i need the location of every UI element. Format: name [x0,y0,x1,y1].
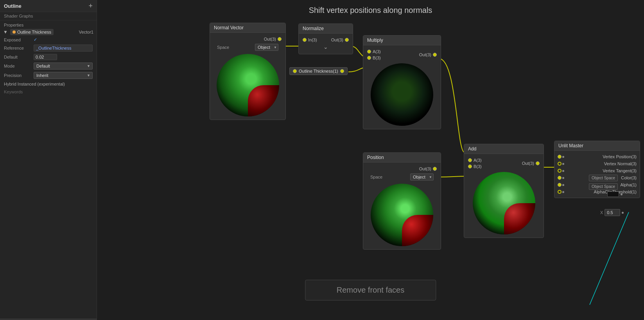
thickness-label: Outline Thickness(1) [299,69,338,73]
default-input[interactable] [34,54,57,60]
precision-select[interactable]: Inherit [34,72,92,79]
exposed-label: Exposed [4,38,31,42]
out-label: Out(3) [264,37,276,41]
in-label: In(3) [308,38,317,42]
multiply-inputs: A(3) B(3) [367,49,381,60]
out-port[interactable] [278,37,282,41]
x-input-row: X [600,209,624,216]
reference-input[interactable] [34,45,93,52]
keywords-row: Keywords [0,88,97,96]
multiply-out-port[interactable] [433,53,437,57]
vertex-position-label: Vertex Position(3) [603,154,637,159]
property-dot [13,30,16,34]
property-name: Outline Thickness [17,30,51,34]
vertex-normal-row: Vertex Normal(3) [554,160,640,167]
position-space-label: Space [370,175,382,179]
normalize-out-label: Out(3) [331,38,343,42]
normal-preview [214,54,282,116]
normalize-ports-row: In(3) Out(3) [303,37,349,43]
precision-row: Precision Inherit ▼ [0,71,97,80]
color-label: Color(3) [621,175,637,180]
add-out-port[interactable] [536,161,540,165]
sphere-preview-position [371,184,433,246]
property-badge[interactable]: Outline Thickness [10,29,54,35]
outline-thickness-connector: Outline Thickness(1) [289,67,348,75]
hybrid-label: Hybrid Instanced (experimental) [4,82,65,86]
node-multiply: Multiply A(3) B(3) Out(3) [363,35,441,129]
thickness-port[interactable] [293,69,297,73]
vertex-pos-port[interactable] [558,155,561,159]
color-swatch-row [607,191,622,197]
space-row: Space Object [214,42,282,52]
precision-label: Precision [4,73,31,78]
sphere-preview-multiply [371,63,433,126]
b-port[interactable] [367,56,371,60]
add-button[interactable]: + [88,2,93,9]
sidebar-title: Outline [4,3,22,9]
alpha-label: Alpha(1) [620,182,637,187]
node-normalize-body: In(3) Out(3) ⌄ [299,34,353,54]
add-inputs: A(3) B(3) [468,158,482,169]
sidebar-sub-label: Shader Graphs [0,12,97,20]
x-dot [622,212,624,214]
property-item: ▼ Outline Thickness Vector1 [0,28,97,36]
vertex-tangent-label: Vertex Tangent(3) [603,168,637,173]
multiply-out-label: Out(3) [419,52,431,57]
reference-label: Reference [4,46,31,50]
alpha-port[interactable] [558,183,561,187]
thickness-out-port[interactable] [340,69,344,73]
add-preview [468,172,540,234]
x-value-input[interactable] [605,209,620,216]
bottom-canvas-title: Remove front faces [305,280,436,300]
position-out-port[interactable] [433,167,437,171]
normalize-chevron: ⌄ [303,43,349,51]
vertex-normal-port[interactable] [558,162,561,166]
alpha-clip-port[interactable] [558,190,561,194]
add-a-label: A(3) [474,158,482,163]
multiply-output: Out(3) [419,52,437,57]
node-normalize-header: Normalize [299,24,353,34]
add-a-port[interactable] [468,158,472,162]
add-b-label: B(3) [474,164,482,169]
in-port[interactable] [303,38,307,42]
x-label: X [600,210,603,215]
node-position-body: Out(3) Space Object [363,163,441,249]
node-add-body: A(3) B(3) Out(3) [464,154,544,238]
obj-space-label-1: Object Space [589,175,618,181]
multiply-preview [367,63,437,126]
sidebar-resize-handle[interactable] [0,318,97,320]
position-out-row: Out(3) [367,166,437,172]
space-label: Space [217,45,229,50]
color-port[interactable] [558,176,561,180]
vertex-normal-label: Vertex Normal(3) [604,161,637,166]
mode-select[interactable]: Default [34,63,92,69]
sidebar: Outline + Shader Graphs Properties ▼ Out… [0,0,97,320]
sphere-preview-normal [217,54,279,116]
sphere-preview-add [473,172,535,234]
reference-row: Reference [0,43,97,53]
position-space-select[interactable]: Object [410,173,434,181]
node-normal-vector-body: Out(3) Space Object [210,33,285,120]
sidebar-header: Outline + [0,0,97,12]
a-port[interactable] [367,50,371,54]
add-b-port[interactable] [468,164,472,168]
normalize-out-port[interactable] [345,38,349,42]
vertex-tangent-dots [558,169,564,173]
alpha-clip-dots [558,190,564,194]
position-preview [367,184,437,246]
vertex-normal-dots [558,162,564,166]
keywords-label: Keywords [4,89,23,94]
vertex-tangent-port[interactable] [558,169,561,173]
space-select[interactable]: Object [255,44,278,51]
chevron-icon: ▼ [3,29,8,35]
canvas-title: Shift vertex positions along normals [309,6,432,15]
vertex-position-row: Vertex Position(3) [554,153,640,160]
exposed-check[interactable]: ✓ [34,37,37,42]
position-out-label: Out(3) [419,166,431,171]
default-row: Default [0,53,97,61]
color-swatch[interactable] [607,191,619,197]
mode-row: Mode Default ▼ [0,61,97,71]
position-space-row: Space Object [367,172,437,182]
node-normal-vector-header: Normal Vector [210,23,285,33]
exposed-row: Exposed ✓ [0,36,97,43]
